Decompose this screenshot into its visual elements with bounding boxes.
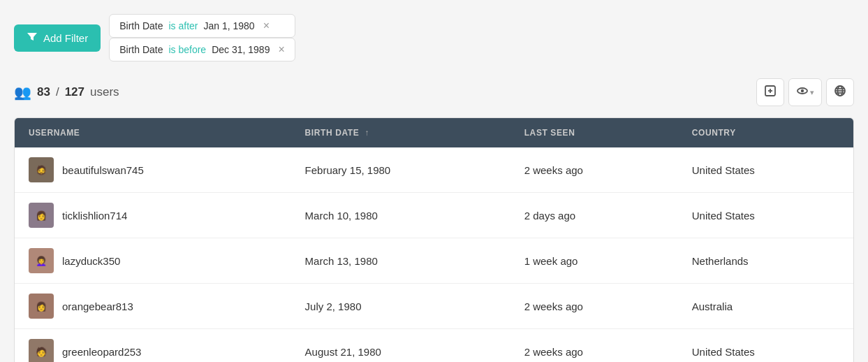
cell-country-3: Australia: [678, 284, 853, 329]
filter-chips: Birth Date is after Jan 1, 1980 × Birth …: [109, 14, 295, 61]
cell-birthdate-0: February 15, 1980: [291, 147, 510, 193]
cell-birthdate-2: March 13, 1980: [291, 238, 510, 284]
filter-field-1: Birth Date: [119, 44, 163, 55]
filter-icon: [27, 31, 38, 45]
cell-country-4: United States: [678, 329, 853, 363]
avatar-4: 🧑: [29, 339, 54, 362]
visibility-button[interactable]: ▾: [788, 78, 822, 106]
summary-row: 👥 83 / 127 users ▾: [14, 78, 854, 106]
table-row[interactable]: 🧑 greenleopard253 August 21, 1980 2 week…: [15, 329, 853, 363]
cell-country-2: Netherlands: [678, 238, 853, 284]
export-button[interactable]: [756, 78, 784, 106]
header-row: USERNAME BIRTH DATE ↑ LAST SEEN COUNTRY: [15, 118, 853, 147]
cell-username-1: 👩 ticklishlion714: [15, 193, 291, 238]
export-icon: [764, 85, 777, 101]
table-row[interactable]: 🧔 beautifulswan745 February 15, 1980 2 w…: [15, 147, 853, 193]
cell-country-1: United States: [678, 193, 853, 238]
username-text-2: lazyduck350: [62, 255, 120, 267]
cell-birthdate-3: July 2, 1980: [291, 284, 510, 329]
filter-chip-0: Birth Date is after Jan 1, 1980 ×: [109, 14, 295, 38]
table-row[interactable]: 👩 orangebear813 July 2, 1980 2 weeks ago…: [15, 284, 853, 329]
avatar-3: 👩: [29, 294, 54, 319]
cell-lastseen-3: 2 weeks ago: [510, 284, 678, 329]
table-row[interactable]: 👩 ticklishlion714 March 10, 1980 2 days …: [15, 193, 853, 238]
users-label: users: [90, 85, 119, 99]
table-row[interactable]: 👩‍🦱 lazyduck350 March 13, 1980 1 week ag…: [15, 238, 853, 284]
users-icon: 👥: [14, 84, 31, 101]
avatar-0: 🧔: [29, 157, 54, 182]
filter-operator-0: is after: [168, 20, 198, 31]
total-count: 127: [65, 85, 84, 99]
cell-lastseen-2: 1 week ago: [510, 238, 678, 284]
cell-birthdate-1: March 10, 1980: [291, 193, 510, 238]
username-text-4: greenleopard253: [62, 346, 141, 358]
svg-point-4: [801, 89, 804, 92]
username-text-1: ticklishlion714: [62, 210, 127, 222]
filter-field-0: Birth Date: [119, 20, 163, 31]
count-separator: /: [56, 85, 59, 99]
globe-button[interactable]: [826, 78, 854, 106]
cell-birthdate-4: August 21, 1980: [291, 329, 510, 363]
add-filter-label: Add Filter: [43, 32, 88, 44]
cell-lastseen-4: 2 weeks ago: [510, 329, 678, 363]
col-lastseen[interactable]: LAST SEEN: [510, 118, 678, 147]
active-count: 83: [37, 85, 50, 99]
filter-chip-1: Birth Date is before Dec 31, 1989 ×: [109, 38, 295, 61]
cell-country-0: United States: [678, 147, 853, 193]
table-header: USERNAME BIRTH DATE ↑ LAST SEEN COUNTRY: [15, 118, 853, 147]
add-filter-button[interactable]: Add Filter: [14, 24, 101, 52]
avatar-1: 👩: [29, 203, 54, 228]
globe-icon: [834, 85, 846, 101]
toolbar-icons: ▾: [756, 78, 854, 106]
filter-value-1: Dec 31, 1989: [212, 44, 270, 55]
table-body: 🧔 beautifulswan745 February 15, 1980 2 w…: [15, 147, 853, 362]
username-text-3: orangebear813: [62, 301, 133, 312]
filter-operator-1: is before: [168, 44, 206, 55]
visibility-icon: [796, 85, 809, 101]
cell-username-4: 🧑 greenleopard253: [15, 329, 291, 363]
avatar-2: 👩‍🦱: [29, 248, 54, 273]
cell-username-3: 👩 orangebear813: [15, 284, 291, 329]
cell-username-2: 👩‍🦱 lazyduck350: [15, 238, 291, 284]
username-text-0: beautifulswan745: [62, 164, 144, 176]
users-table: USERNAME BIRTH DATE ↑ LAST SEEN COUNTRY …: [15, 118, 853, 362]
user-count: 👥 83 / 127 users: [14, 84, 119, 101]
filter-value-0: Jan 1, 1980: [203, 20, 254, 31]
filter-close-1[interactable]: ×: [278, 44, 284, 55]
col-username[interactable]: USERNAME: [15, 118, 291, 147]
sort-arrow-icon: ↑: [365, 128, 369, 138]
visibility-dropdown-arrow: ▾: [810, 88, 814, 97]
cell-username-0: 🧔 beautifulswan745: [15, 147, 291, 193]
filter-close-0[interactable]: ×: [263, 20, 270, 31]
data-table-container: USERNAME BIRTH DATE ↑ LAST SEEN COUNTRY …: [14, 117, 854, 362]
cell-lastseen-0: 2 weeks ago: [510, 147, 678, 193]
cell-lastseen-1: 2 days ago: [510, 193, 678, 238]
col-birthdate[interactable]: BIRTH DATE ↑: [291, 118, 510, 147]
filter-bar: Add Filter Birth Date is after Jan 1, 19…: [14, 14, 854, 61]
col-country[interactable]: COUNTRY: [678, 118, 853, 147]
